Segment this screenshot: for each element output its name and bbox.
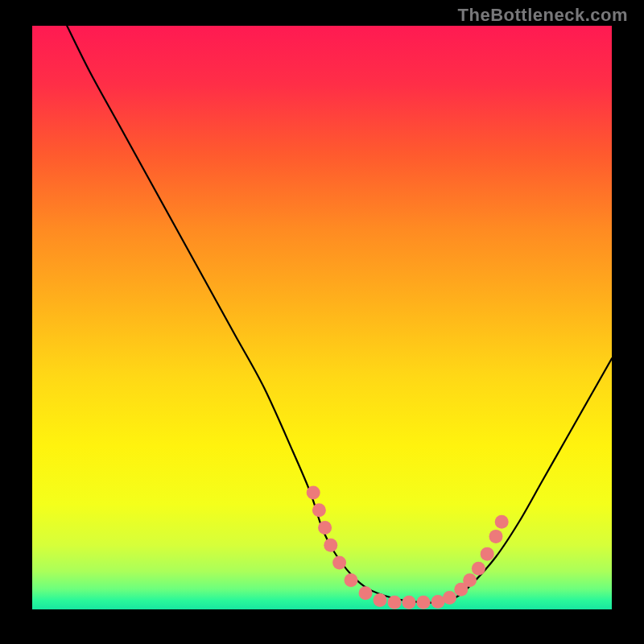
chart-svg — [0, 0, 644, 644]
marker-dot — [495, 515, 509, 529]
marker-dot — [318, 521, 332, 535]
marker-dot — [359, 586, 373, 600]
marker-dot — [443, 591, 456, 605]
marker-dot — [472, 562, 485, 576]
chart-stage: TheBottleneck.com — [0, 0, 644, 644]
marker-dot — [345, 573, 358, 587]
marker-dot — [402, 596, 416, 609]
marker-dot — [332, 556, 346, 570]
marker-dot — [388, 596, 402, 609]
marker-dot — [324, 539, 337, 552]
marker-dot — [463, 573, 477, 587]
marker-dot — [312, 503, 326, 517]
marker-dot — [307, 486, 320, 500]
marker-dot — [489, 530, 503, 543]
marker-dot — [417, 596, 431, 609]
marker-dot — [374, 593, 387, 607]
marker-dot — [481, 547, 494, 561]
